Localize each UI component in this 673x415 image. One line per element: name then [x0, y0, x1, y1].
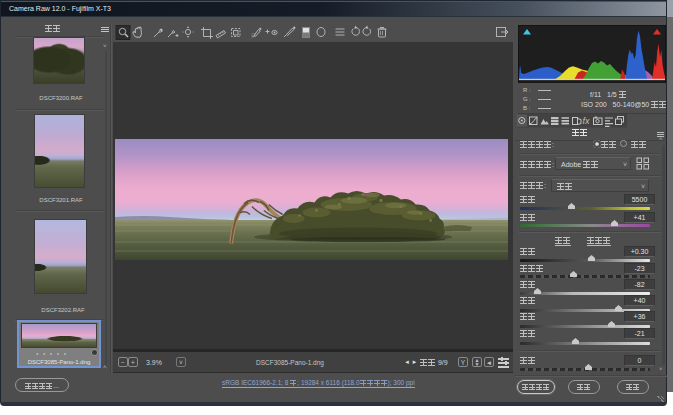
svg-text:fx: fx — [583, 116, 591, 126]
